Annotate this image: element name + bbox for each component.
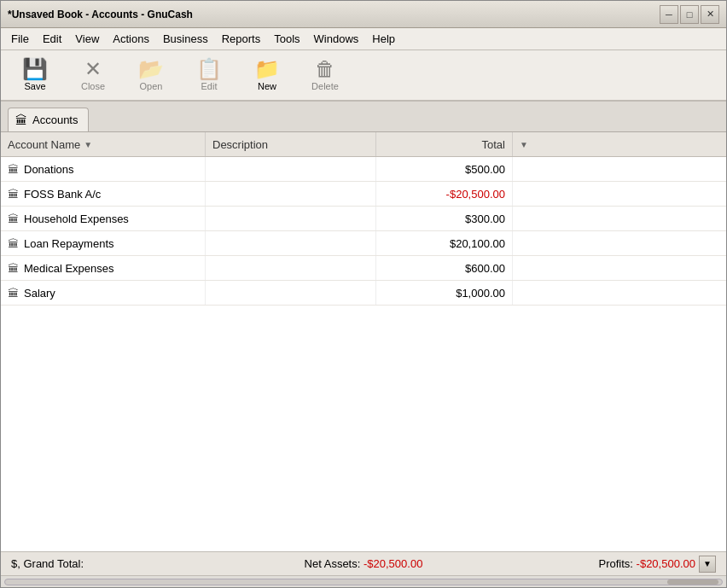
cell-name-foss: 🏛 FOSS Bank A/c [1, 182, 206, 206]
col-description-label: Description [212, 138, 268, 151]
horizontal-scrollbar[interactable] [1, 575, 726, 587]
cell-desc-medical [206, 256, 376, 280]
cell-name-donations: 🏛 Donations [1, 157, 206, 181]
col-header-extra: ▼ [513, 132, 726, 156]
account-icon: 🏛 [8, 237, 19, 250]
menu-windows[interactable]: Windows [307, 30, 366, 48]
table-row[interactable]: 🏛 Household Expenses $300.00 [1, 207, 726, 231]
close-icon: ✕ [84, 59, 102, 79]
account-icon: 🏛 [8, 212, 19, 225]
status-dropdown-button[interactable]: ▼ [699, 556, 716, 573]
table-row[interactable]: 🏛 Salary $1,000.00 [1, 281, 726, 306]
scrollbar-thumb[interactable] [667, 579, 718, 585]
cell-name-medical: 🏛 Medical Expenses [1, 256, 206, 280]
cell-desc-donations [206, 157, 376, 181]
open-icon: 📂 [138, 59, 164, 79]
edit-icon: 📋 [196, 59, 222, 79]
table-header: Account Name ▼ Description Total ▼ [1, 132, 726, 157]
menu-reports[interactable]: Reports [215, 30, 268, 48]
cell-total-foss: -$20,500.00 [376, 182, 513, 206]
table-row[interactable]: 🏛 Loan Repayments $20,100.00 [1, 231, 726, 256]
tab-accounts-label: Accounts [32, 114, 78, 126]
menu-bar: File Edit View Actions Business Reports … [1, 28, 726, 50]
cell-extra-salary [513, 281, 726, 305]
cell-name-household: 🏛 Household Expenses [1, 207, 206, 230]
extra-dropdown-icon[interactable]: ▼ [520, 140, 528, 149]
grand-total-label: $, Grand Total: [11, 557, 84, 570]
save-icon: 💾 [22, 59, 48, 79]
cell-desc-loan [206, 231, 376, 255]
profits-value: -$20,500.00 [637, 557, 695, 570]
title-controls: ─ □ ✕ [660, 5, 719, 24]
open-button: 📂 Open [124, 53, 178, 97]
menu-business[interactable]: Business [156, 30, 215, 48]
net-assets-label: Net Assets: [305, 557, 361, 570]
scrollbar-track [4, 579, 723, 585]
col-header-description: Description [206, 132, 376, 156]
net-assets-value: -$20,500.00 [364, 557, 422, 570]
cell-total-donations: $500.00 [376, 157, 513, 181]
col-total-label: Total [482, 138, 505, 151]
status-net-assets: Net Assets: -$20,500.00 [246, 557, 480, 570]
table-row[interactable]: 🏛 Donations $500.00 [1, 157, 726, 182]
new-button[interactable]: 📁 New [240, 53, 294, 97]
cell-total-salary: $1,000.00 [376, 281, 513, 305]
cell-extra-donations [513, 157, 726, 181]
new-icon: 📁 [254, 59, 280, 79]
window-title: *Unsaved Book - Accounts - GnuCash [8, 9, 193, 20]
menu-file[interactable]: File [4, 30, 36, 48]
account-name-foss: FOSS Bank A/c [24, 188, 101, 201]
menu-view[interactable]: View [68, 30, 106, 48]
col-account-name-label: Account Name [8, 138, 80, 151]
account-name-medical: Medical Expenses [24, 262, 114, 275]
save-button[interactable]: 💾 Save [8, 53, 62, 97]
account-name-salary: Salary [24, 287, 55, 300]
close-button: ✕ Close [66, 53, 120, 97]
save-label: Save [24, 81, 45, 91]
menu-actions[interactable]: Actions [106, 30, 156, 48]
table-body: 🏛 Donations $500.00 🏛 FOSS Bank A/c -$20… [1, 157, 726, 551]
cell-name-loan: 🏛 Loan Repayments [1, 231, 206, 255]
status-profits: Profits: -$20,500.00 ▼ [481, 556, 716, 573]
content-area: Account Name ▼ Description Total ▼ 🏛 Don… [1, 132, 726, 551]
col-header-account-name[interactable]: Account Name ▼ [1, 132, 206, 156]
cell-desc-foss [206, 182, 376, 206]
table-row[interactable]: 🏛 Medical Expenses $600.00 [1, 256, 726, 281]
cell-desc-salary [206, 281, 376, 305]
cell-extra-medical [513, 256, 726, 280]
accounts-tab-icon: 🏛 [15, 114, 27, 127]
restore-button[interactable]: □ [680, 5, 699, 24]
table-row[interactable]: 🏛 FOSS Bank A/c -$20,500.00 [1, 182, 726, 207]
new-label: New [258, 81, 276, 91]
account-name-household: Household Expenses [24, 212, 129, 225]
account-icon: 🏛 [8, 188, 19, 201]
cell-total-household: $300.00 [376, 207, 513, 230]
open-label: Open [140, 81, 163, 91]
account-icon: 🏛 [8, 287, 19, 300]
col-header-total: Total [376, 132, 513, 156]
tab-accounts[interactable]: 🏛 Accounts [8, 108, 89, 131]
title-bar: *Unsaved Book - Accounts - GnuCash ─ □ ✕ [1, 1, 726, 28]
tab-bar: 🏛 Accounts [1, 102, 726, 132]
account-name-donations: Donations [24, 163, 74, 176]
cell-name-salary: 🏛 Salary [1, 281, 206, 305]
main-window: *Unsaved Book - Accounts - GnuCash ─ □ ✕… [0, 0, 727, 588]
edit-label: Edit [201, 81, 218, 91]
edit-button: 📋 Edit [182, 53, 236, 97]
cell-total-loan: $20,100.00 [376, 231, 513, 255]
toolbar: 💾 Save ✕ Close 📂 Open 📋 Edit 📁 New 🗑 Del… [1, 50, 726, 102]
cell-extra-household [513, 207, 726, 230]
account-icon: 🏛 [8, 262, 19, 275]
cell-extra-loan [513, 231, 726, 255]
menu-tools[interactable]: Tools [267, 30, 306, 48]
cell-desc-household [206, 207, 376, 230]
account-name-loan: Loan Repayments [24, 237, 114, 250]
status-bar: $, Grand Total: Net Assets: -$20,500.00 … [1, 551, 726, 575]
close-button[interactable]: ✕ [701, 5, 719, 24]
cell-extra-foss [513, 182, 726, 206]
menu-help[interactable]: Help [365, 30, 402, 48]
cell-total-medical: $600.00 [376, 256, 513, 280]
menu-edit[interactable]: Edit [36, 30, 68, 48]
minimize-button[interactable]: ─ [660, 5, 678, 24]
status-grand-total: $, Grand Total: [11, 557, 246, 570]
